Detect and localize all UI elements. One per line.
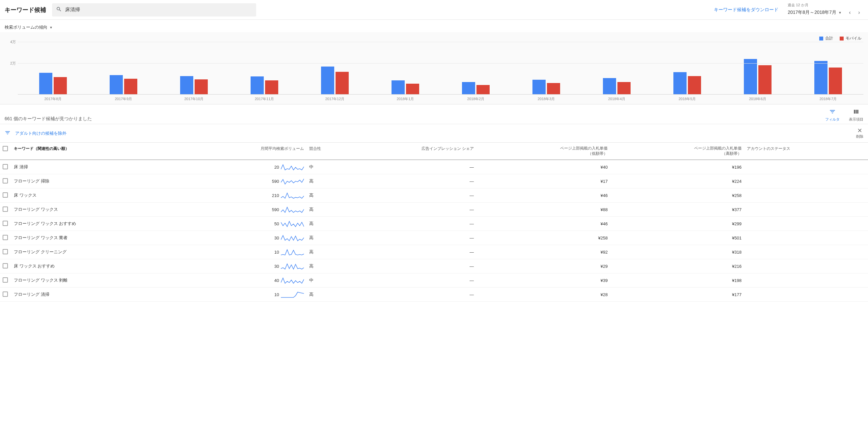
cell-impression-share: — xyxy=(330,273,476,288)
table-row[interactable]: 床 ワックス おすすめ30高—¥29¥216 xyxy=(0,259,868,273)
cell-impression-share: — xyxy=(330,203,476,217)
col-bid-high[interactable]: ページ上部掲載の入札単価（高額帯） xyxy=(610,143,744,160)
bar xyxy=(39,73,52,94)
cell-volume: 10 xyxy=(183,245,307,259)
table-row[interactable]: フローリング ワックス 剥離40中—¥39¥198 xyxy=(0,273,868,288)
cell-status xyxy=(744,188,868,203)
row-checkbox[interactable] xyxy=(3,192,8,198)
bar xyxy=(180,76,193,94)
select-all-checkbox[interactable] xyxy=(3,146,8,151)
bar-group xyxy=(18,52,88,94)
cell-competition: 高 xyxy=(307,203,330,217)
cell-bid-low: ¥92 xyxy=(476,245,611,259)
filter-icon xyxy=(829,108,836,116)
cell-impression-share: — xyxy=(330,259,476,273)
cell-volume: 40 xyxy=(183,273,307,288)
table-row[interactable]: 床 清掃20中—¥40¥196 xyxy=(0,160,868,174)
date-range-text: 2017年8月～2018年7月 xyxy=(788,9,836,16)
row-checkbox[interactable] xyxy=(3,164,8,169)
x-tick: 2017年9月 xyxy=(88,94,159,101)
bar-group xyxy=(582,52,652,94)
bar xyxy=(744,59,757,94)
cell-volume: 30 xyxy=(183,231,307,245)
gridline xyxy=(18,42,863,42)
cell-keyword: 床 清掃 xyxy=(11,160,183,174)
cell-status xyxy=(744,160,868,174)
sparkline xyxy=(281,178,304,185)
cell-bid-low: ¥258 xyxy=(476,231,611,245)
cell-impression-share: — xyxy=(330,188,476,203)
cell-bid-high: ¥216 xyxy=(610,259,744,273)
cell-bid-high: ¥377 xyxy=(610,203,744,217)
col-impression-share[interactable]: 広告インプレッション シェア xyxy=(330,143,476,160)
bar xyxy=(406,84,419,94)
cell-competition: 高 xyxy=(307,231,330,245)
bar-group xyxy=(652,52,722,94)
sparkline xyxy=(281,234,304,241)
table-row[interactable]: フローリング ワックス おすすめ50高—¥46¥299 xyxy=(0,217,868,231)
x-tick: 2017年11月 xyxy=(229,94,300,101)
cell-keyword: 床 ワックス おすすめ xyxy=(11,259,183,273)
row-checkbox[interactable] xyxy=(3,235,8,240)
bar xyxy=(603,78,616,94)
col-volume[interactable]: 月間平均検索ボリューム xyxy=(183,143,307,160)
remove-filter-button[interactable]: 削除 xyxy=(856,127,863,139)
table-row[interactable]: フローリング 掃除590高—¥17¥224 xyxy=(0,174,868,188)
bar xyxy=(265,80,278,94)
trend-dropdown[interactable]: 検索ボリュームの傾向 ▼ xyxy=(0,20,868,32)
search-input[interactable] xyxy=(65,7,252,12)
keyword-table: キーワード（関連性の高い順） 月間平均検索ボリューム 競合性 広告インプレッショ… xyxy=(0,143,868,302)
adult-filter-chip[interactable]: アダルト向けの候補を除外 xyxy=(15,130,66,137)
row-checkbox[interactable] xyxy=(3,277,8,283)
x-tick: 2018年4月 xyxy=(582,94,652,101)
table-row[interactable]: フローリング クリーニング10高—¥92¥318 xyxy=(0,245,868,259)
filter-button[interactable]: フィルタ xyxy=(825,108,840,122)
search-box[interactable] xyxy=(52,3,256,17)
col-competition[interactable]: 競合性 xyxy=(307,143,330,160)
col-keyword[interactable]: キーワード（関連性の高い順） xyxy=(11,143,183,160)
cell-competition: 中 xyxy=(307,273,330,288)
bar xyxy=(54,77,67,94)
bar xyxy=(392,80,405,94)
x-tick: 2018年7月 xyxy=(793,94,863,101)
bar xyxy=(829,67,842,94)
cell-bid-low: ¥29 xyxy=(476,259,611,273)
table-row[interactable]: フローリング 清掃10高—¥28¥177 xyxy=(0,288,868,302)
date-prev-button[interactable]: ‹ xyxy=(846,8,854,17)
x-tick: 2017年12月 xyxy=(300,94,370,101)
cell-keyword: フローリング ワックス 剥離 xyxy=(11,273,183,288)
cell-bid-high: ¥177 xyxy=(610,288,744,302)
cell-competition: 中 xyxy=(307,160,330,174)
col-status[interactable]: アカウントのステータス xyxy=(744,143,868,160)
table-row[interactable]: 床 ワックス210高—¥46¥258 xyxy=(0,188,868,203)
cell-keyword: 床 ワックス xyxy=(11,188,183,203)
cell-status xyxy=(744,203,868,217)
row-checkbox[interactable] xyxy=(3,207,8,212)
bar xyxy=(195,79,208,94)
table-row[interactable]: フローリング ワックス590高—¥88¥377 xyxy=(0,203,868,217)
row-checkbox[interactable] xyxy=(3,292,8,297)
cell-bid-low: ¥88 xyxy=(476,203,611,217)
columns-button[interactable]: 表示項目 xyxy=(849,108,863,122)
download-keywords-link[interactable]: キーワード候補をダウンロード xyxy=(714,7,778,13)
col-bid-low[interactable]: ページ上部掲載の入札単価（低額帯） xyxy=(476,143,611,160)
row-checkbox[interactable] xyxy=(3,221,8,226)
cell-bid-high: ¥196 xyxy=(610,160,744,174)
bar xyxy=(251,77,264,94)
table-row[interactable]: フローリング ワックス 業者30高—¥258¥501 xyxy=(0,231,868,245)
cell-impression-share: — xyxy=(330,231,476,245)
row-checkbox[interactable] xyxy=(3,178,8,183)
row-checkbox[interactable] xyxy=(3,263,8,268)
cell-impression-share: — xyxy=(330,245,476,259)
date-next-button[interactable]: › xyxy=(855,8,863,17)
bar-group xyxy=(88,52,159,94)
row-checkbox[interactable] xyxy=(3,249,8,254)
cell-keyword: フローリング ワックス 業者 xyxy=(11,231,183,245)
cell-keyword: フローリング クリーニング xyxy=(11,245,183,259)
cell-bid-high: ¥318 xyxy=(610,245,744,259)
date-range-selector[interactable]: 2017年8月～2018年7月 ▼ ‹ › xyxy=(788,8,863,17)
cell-competition: 高 xyxy=(307,174,330,188)
cell-bid-low: ¥39 xyxy=(476,273,611,288)
cell-status xyxy=(744,273,868,288)
page-title: キーワード候補 xyxy=(5,6,46,14)
